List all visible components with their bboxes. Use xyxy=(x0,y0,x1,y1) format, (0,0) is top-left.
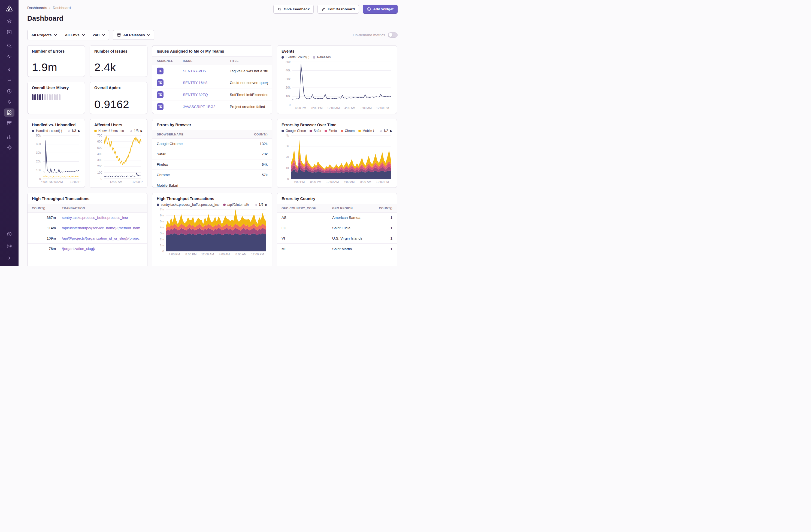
legend-item[interactable]: /api/0/internal/r xyxy=(223,203,248,207)
handled-chart[interactable]: 010k20k30k40k50k4:00 PM12:00 AM12:00 P xyxy=(32,134,80,184)
pager-prev-icon[interactable]: ◀ xyxy=(255,203,257,207)
transaction-link[interactable]: /{organization_slug}/ xyxy=(62,247,143,251)
country-count: 1 xyxy=(373,236,393,240)
pager-prev-icon[interactable]: ◀ xyxy=(67,129,70,133)
legend-label: Handled : count( ) xyxy=(36,129,62,133)
legend-item-releases[interactable]: Releases xyxy=(313,55,331,59)
issue-link[interactable]: SENTRY-VD5 xyxy=(183,69,230,73)
clock-icon xyxy=(6,89,12,94)
sentry-logo[interactable] xyxy=(4,3,14,14)
breadcrumb-dashboards[interactable]: Dashboards xyxy=(27,6,47,10)
svg-text:3k: 3k xyxy=(286,145,289,148)
widget-title: Events xyxy=(281,49,393,54)
legend-item[interactable]: Google Chrome xyxy=(281,129,306,133)
give-feedback-button[interactable]: Give Feedback xyxy=(273,5,313,14)
widget-number-of-errors: Number of Errors 1.9m xyxy=(27,45,85,77)
svg-text:40k: 40k xyxy=(36,142,41,146)
table-header: BROWSER.NAME COUNT() xyxy=(152,130,272,139)
whats-new-button[interactable] xyxy=(4,242,14,250)
sidebar-item-search[interactable] xyxy=(4,42,14,50)
legend-item-handled[interactable]: Handled : count( ) xyxy=(32,129,62,133)
sidebar-item-replays[interactable] xyxy=(4,87,14,95)
on-demand-metrics-label: On-demand metrics xyxy=(353,33,385,37)
edit-dashboard-button[interactable]: Edit Dashboard xyxy=(318,5,359,14)
legend-item[interactable]: Safari xyxy=(309,129,321,133)
transaction-link[interactable]: /api/0/internal/rpc/{service_name}/{meth… xyxy=(62,226,143,230)
svg-text:12:00 AM: 12:00 AM xyxy=(326,180,339,183)
legend-item-events[interactable]: Events : count( ) xyxy=(281,55,309,59)
chart-legend: Known Users : cour ◀ 1/3 ▶ xyxy=(94,129,143,133)
svg-text:600: 600 xyxy=(97,140,102,143)
legend-item-known-users[interactable]: Known Users : cour xyxy=(94,129,124,133)
assignee-avatar[interactable]: TE xyxy=(157,79,164,86)
sidebar-item-issues[interactable] xyxy=(4,17,14,26)
date-range-filter[interactable]: 24H xyxy=(89,30,109,40)
help-button[interactable] xyxy=(4,230,14,238)
pager-next-icon[interactable]: ▶ xyxy=(390,129,393,133)
svg-text:300: 300 xyxy=(97,158,102,162)
errors-by-browser-over-time-chart[interactable]: 01k2k3k4k4:00 PM8:00 PM12:00 AM4:00 AM8:… xyxy=(281,134,393,184)
table-row: MF Saint Martin 1 xyxy=(277,244,397,254)
collapse-sidebar-button[interactable] xyxy=(4,254,14,262)
high-throughput-chart[interactable]: 01m2m3m4m5m6m7m4:00 PM8:00 PM12:00 AM4:0… xyxy=(157,208,267,257)
sidebar-item-activity[interactable] xyxy=(4,52,14,61)
project-filter[interactable]: All Projects xyxy=(28,30,61,40)
main-content: Dashboards › Dashboard Give Feedback Edi… xyxy=(18,0,406,266)
assignee-avatar[interactable]: TE xyxy=(157,91,164,98)
give-feedback-label: Give Feedback xyxy=(284,7,309,11)
affected-users-chart[interactable]: 010020030040050060070012:00 AM12:00 P xyxy=(94,134,143,184)
svg-text:200: 200 xyxy=(97,165,102,168)
pager-next-icon[interactable]: ▶ xyxy=(141,129,143,133)
pager-prev-icon[interactable]: ◀ xyxy=(379,129,382,133)
legend-item[interactable]: Firefox xyxy=(324,129,337,133)
issue-link[interactable]: SENTRY-16H8 xyxy=(183,81,230,85)
legend-dot xyxy=(309,130,312,132)
pencil-icon xyxy=(322,7,325,11)
country-region: American Samoa xyxy=(332,216,373,220)
breadcrumb-current: Dashboard xyxy=(52,6,71,10)
pager-prev-icon[interactable]: ◀ xyxy=(130,129,132,133)
assignee-avatar[interactable]: TE xyxy=(157,67,164,74)
assignee-avatar[interactable]: TE xyxy=(157,103,164,110)
legend-dot xyxy=(32,130,34,132)
table-row: 367m sentry.tasks.process_buffer.process… xyxy=(28,213,147,223)
legend-label: Events : count( ) xyxy=(286,55,309,59)
issue-link[interactable]: SENTRY-32ZQ xyxy=(183,93,230,97)
events-chart[interactable]: 010k20k30k40k50k4:00 PM8:00 PM12:00 AM4:… xyxy=(281,60,393,110)
table-row: Safari 73k xyxy=(152,149,272,159)
sidebar-item-releases[interactable] xyxy=(4,119,14,127)
legend-dot xyxy=(157,203,159,206)
on-demand-toggle[interactable] xyxy=(388,32,398,37)
sidebar-item-settings[interactable] xyxy=(4,143,14,152)
sidebar-item-performance[interactable] xyxy=(4,66,14,74)
environment-filter[interactable]: All Envs xyxy=(61,30,89,40)
svg-text:8:00 AM: 8:00 AM xyxy=(361,106,372,109)
legend-item[interactable]: Mobile S xyxy=(358,129,373,133)
svg-text:12:00 AM: 12:00 AM xyxy=(109,180,122,183)
releases-filter[interactable]: All Releases xyxy=(113,30,154,40)
sidebar-item-feedback[interactable] xyxy=(4,77,14,85)
add-widget-button[interactable]: Add Widget xyxy=(363,5,398,14)
issue-link[interactable]: JAVASCRIPT-1BG2 xyxy=(183,105,230,109)
sidebar-item-dashboards[interactable] xyxy=(4,108,14,117)
transaction-count: 114m xyxy=(32,226,56,230)
sidebar-item-alerts[interactable] xyxy=(4,98,14,106)
svg-text:8:00 AM: 8:00 AM xyxy=(360,180,371,183)
legend-item[interactable]: Chrome xyxy=(341,129,355,133)
header-actions: Give Feedback Edit Dashboard Add Widget xyxy=(273,5,398,14)
widget-grid: Number of Errors 1.9m Number of Issues 2… xyxy=(18,40,406,266)
gear-icon xyxy=(6,145,12,150)
svg-text:20k: 20k xyxy=(286,86,291,89)
legend-item[interactable]: sentry.tasks.process_buffer.process_incr xyxy=(157,203,220,207)
browser-count: 73k xyxy=(243,152,267,156)
svg-text:40k: 40k xyxy=(286,69,291,72)
table-row: 109m /api/0/projects/{organization_id_or… xyxy=(28,233,147,244)
pager-next-icon[interactable]: ▶ xyxy=(265,203,267,207)
page-header: Dashboards › Dashboard Give Feedback Edi… xyxy=(18,0,406,22)
transaction-link[interactable]: /api/0/projects/{organization_id_or_slug… xyxy=(62,236,143,240)
sidebar-item-stats[interactable] xyxy=(4,133,14,141)
pager-next-icon[interactable]: ▶ xyxy=(78,129,80,133)
transaction-link[interactable]: sentry.tasks.process_buffer.process_incr xyxy=(62,216,143,220)
sidebar-item-projects[interactable] xyxy=(4,28,14,36)
legend-label: Mobile S xyxy=(363,129,373,133)
